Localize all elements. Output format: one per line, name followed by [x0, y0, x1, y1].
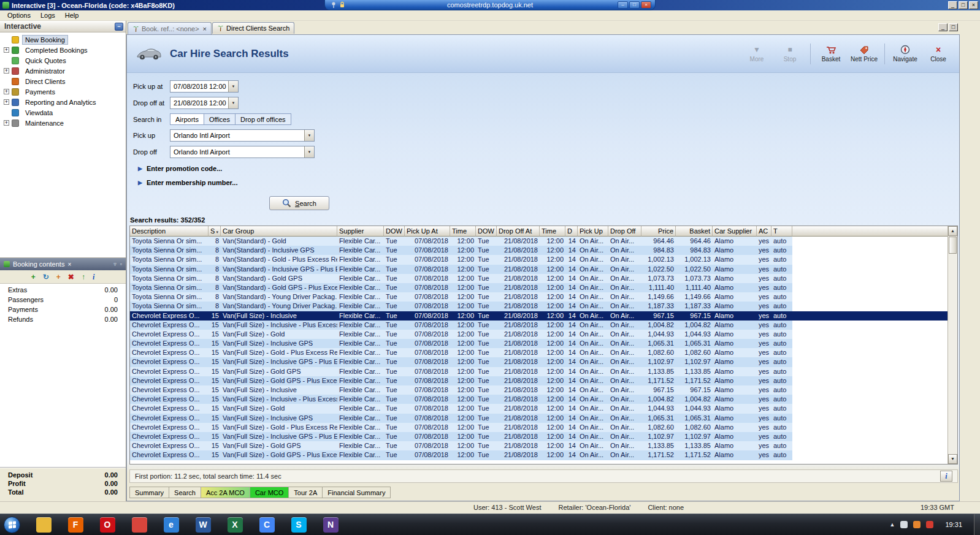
column-header-basket[interactable]: Basket	[676, 226, 713, 237]
table-row[interactable]: Chevrolet Express O... 15 Van(Full Size)…	[130, 357, 947, 366]
tray-alert-icon[interactable]	[913, 521, 921, 528]
taskbar-app[interactable]: F	[59, 515, 91, 535]
taskbar-app[interactable]	[123, 515, 155, 535]
panel-float-icon[interactable]: ▫	[120, 261, 122, 267]
bottom-tab[interactable]: Car MCO	[250, 487, 289, 498]
column-header-drop-off-at[interactable]: Drop Off At	[497, 226, 540, 237]
pin-icon[interactable]	[331, 1, 337, 9]
info-button[interactable]: i	[940, 471, 952, 482]
promotion-code-expander[interactable]: ▶ Enter promotion code...	[138, 165, 959, 172]
menu-item[interactable]: Logs	[36, 11, 60, 20]
column-header-dow2[interactable]: DOW	[476, 226, 497, 237]
panel-minimize-button[interactable]: _	[938, 23, 947, 31]
column-header-supplier[interactable]: Supplier	[337, 226, 384, 237]
table-row[interactable]: Toyota Sienna Or sim... 8 Van(Standard) …	[130, 237, 947, 246]
basket-button[interactable]: Basket	[816, 45, 846, 63]
bottom-tab[interactable]: Summary	[129, 487, 169, 498]
table-row[interactable]: Chevrolet Express O... 15 Van(Full Size)…	[130, 441, 947, 450]
menu-item[interactable]: Help	[60, 11, 84, 20]
column-header-dow[interactable]: DOW	[384, 226, 405, 237]
column-header-car-supplier[interactable]: Car Supplier	[713, 226, 757, 237]
delete-icon[interactable]: ✖	[68, 273, 74, 281]
sidebar-item[interactable]: + Reporting and Analytics	[0, 97, 126, 107]
table-row[interactable]: Toyota Sienna Or sim... 8 Van(Standard) …	[130, 274, 947, 283]
taskbar-app[interactable]: W	[187, 515, 219, 535]
sidebar-item[interactable]: + Direct Clients	[0, 76, 126, 86]
bottom-tab[interactable]: Tour 2A	[289, 487, 323, 498]
hidden-icons-chevron[interactable]: ▲	[890, 522, 895, 528]
document-tab[interactable]: Book. ref..: <none> ×	[128, 22, 212, 34]
taskbar-app[interactable]	[28, 515, 59, 535]
move-up-icon[interactable]: ↑	[82, 273, 85, 281]
rdp-close-button[interactable]: ×	[641, 1, 651, 9]
column-header-pick-up-at[interactable]: Pick Up At	[405, 226, 450, 237]
table-row[interactable]: Toyota Sienna Or sim... 8 Van(Standard) …	[130, 265, 947, 274]
booking-contents-row[interactable]: Extras 0.00	[0, 286, 126, 296]
taskbar-app[interactable]: S	[283, 515, 315, 535]
chevron-down-icon[interactable]: ▼	[228, 81, 238, 92]
stop-button[interactable]: ■ Stop	[775, 45, 805, 63]
document-tab[interactable]: Direct Clients Search ×	[212, 22, 294, 34]
add-passenger-icon[interactable]: +	[56, 273, 61, 281]
table-row[interactable]: Chevrolet Express O... 15 Van(Full Size)…	[130, 367, 947, 376]
bottom-tab[interactable]: Financial Summary	[323, 487, 391, 498]
sidebar-item[interactable]: + Completed Bookings	[0, 45, 126, 55]
search-in-option[interactable]: Airports	[170, 113, 204, 125]
table-row[interactable]: Chevrolet Express O... 15 Van(Full Size)…	[130, 321, 947, 330]
booking-contents-row[interactable]: Passengers 0	[0, 296, 126, 306]
membership-number-expander[interactable]: ▶ Enter membership number...	[138, 179, 959, 186]
table-row[interactable]: Chevrolet Express O... 15 Van(Full Size)…	[130, 339, 947, 348]
column-header-t[interactable]: T	[771, 226, 792, 237]
sidebar-item[interactable]: + Quick Quotes	[0, 55, 126, 66]
column-header-pick-up[interactable]: Pick Up	[578, 226, 608, 237]
tray-security-icon[interactable]	[926, 521, 933, 528]
table-row[interactable]: Toyota Sienna Or sim... 8 Van(Standard) …	[130, 255, 947, 264]
booking-contents-row[interactable]: Payments 0.00	[0, 306, 126, 316]
bottom-tab[interactable]: Search	[169, 487, 201, 498]
table-row[interactable]: Chevrolet Express O... 15 Van(Full Size)…	[130, 376, 947, 385]
column-header-time[interactable]: Time	[450, 226, 476, 237]
booking-contents-row[interactable]: Refunds 0.00	[0, 316, 126, 325]
tab-close-icon[interactable]: ×	[203, 25, 207, 32]
panel-pin-icon[interactable]: ▿	[113, 261, 117, 267]
sidebar-item[interactable]: + Viewdata	[0, 107, 126, 118]
table-row[interactable]: Toyota Sienna Or sim... 8 Van(Standard) …	[130, 246, 947, 255]
rdp-restore-button[interactable]: □	[629, 1, 640, 9]
pick-up-combo[interactable]: Orlando Intl Airport ▼	[170, 129, 315, 142]
more-button[interactable]: ▼ More	[742, 45, 771, 63]
search-in-option[interactable]: Drop off offices	[235, 113, 291, 125]
show-desktop-button[interactable]	[974, 514, 980, 535]
scrollbar-track[interactable]	[948, 236, 957, 454]
tree-expander-icon[interactable]: +	[4, 120, 9, 126]
table-row[interactable]: Chevrolet Express O... 15 Van(Full Size)…	[130, 395, 947, 404]
bottom-tab[interactable]: Acc 2A MCO	[201, 487, 250, 498]
sidebar-item[interactable]: + New Booking	[0, 34, 126, 45]
tree-expander-icon[interactable]: +	[4, 99, 9, 105]
tree-expander-icon[interactable]: +	[4, 89, 9, 94]
taskbar-app[interactable]: N	[315, 515, 346, 535]
search-in-option[interactable]: Offices	[204, 113, 235, 125]
close-button[interactable]: × Close	[924, 45, 953, 63]
sidebar-item[interactable]: + Payments	[0, 86, 126, 97]
info-icon[interactable]: i	[93, 273, 94, 281]
window-maximize-button[interactable]: □	[959, 1, 968, 9]
window-minimize-button[interactable]: _	[948, 1, 957, 9]
drop-off-at-combo[interactable]: 21/08/2018 12:00 ▼	[170, 97, 239, 109]
column-header-d[interactable]: D	[565, 226, 578, 237]
menu-item[interactable]: Options	[2, 11, 36, 20]
window-close-button[interactable]: ×	[969, 1, 978, 9]
column-header-drop-off[interactable]: Drop Off	[608, 226, 641, 237]
tree-expander-icon[interactable]: +	[4, 47, 9, 53]
vertical-scrollbar[interactable]: ▲ ▼	[947, 226, 957, 464]
tray-network-icon[interactable]	[900, 521, 908, 528]
collapse-panel-button[interactable]: −	[115, 23, 123, 31]
refresh-icon[interactable]: ↻	[43, 273, 49, 281]
scroll-down-icon[interactable]: ▼	[948, 454, 957, 464]
search-button[interactable]: Search	[269, 196, 329, 210]
start-button[interactable]	[4, 517, 20, 533]
column-header-price[interactable]: Price	[641, 226, 676, 237]
sidebar-item[interactable]: + Maintenance	[0, 118, 126, 128]
taskbar-app[interactable]: O	[91, 515, 123, 535]
table-row[interactable]: Chevrolet Express O... 15 Van(Full Size)…	[130, 432, 947, 441]
table-row[interactable]: Chevrolet Express O... 15 Van(Full Size)…	[130, 311, 947, 321]
